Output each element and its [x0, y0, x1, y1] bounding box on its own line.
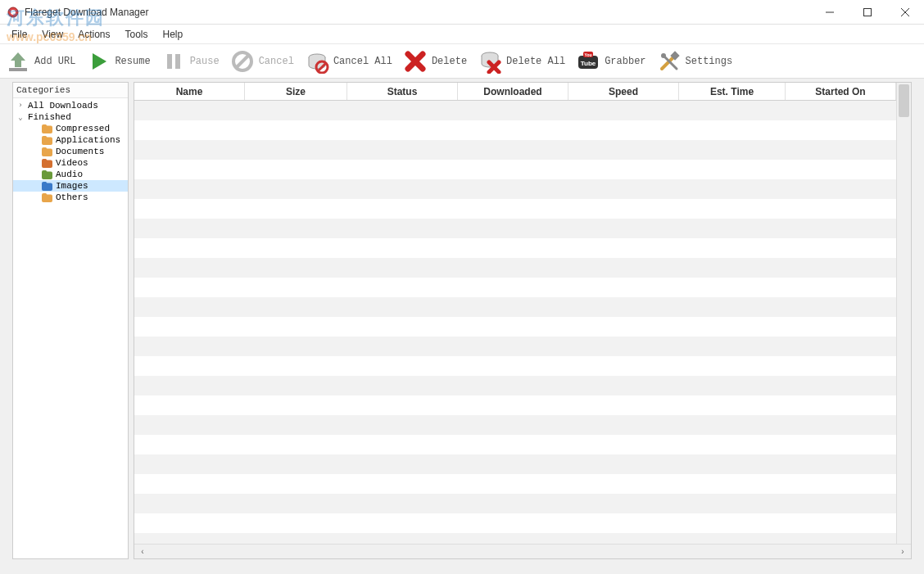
table-cell: [134, 356, 245, 376]
column-name[interactable]: Name: [134, 83, 245, 100]
tree-all-downloads[interactable]: › All Downloads: [13, 100, 128, 111]
column-status[interactable]: Status: [347, 83, 458, 100]
table-row[interactable]: [134, 140, 896, 160]
maximize-button[interactable]: [849, 0, 886, 24]
table-cell: [458, 454, 568, 474]
column-downloaded[interactable]: Downloaded: [458, 83, 568, 100]
table-cell: [458, 435, 568, 454]
table-cell: [245, 258, 347, 278]
table-cell: [347, 317, 458, 337]
grabber-button[interactable]: TubeYou Grabber: [573, 47, 654, 76]
table-row[interactable]: [134, 120, 896, 140]
table-cell: [458, 219, 568, 238]
pause-button[interactable]: Pause: [159, 47, 228, 76]
table-cell: [568, 533, 679, 544]
menu-file[interactable]: File: [5, 26, 34, 43]
table-cell: [245, 415, 347, 435]
tree-item-videos[interactable]: Videos: [13, 157, 128, 169]
table-cell: [134, 494, 245, 513]
table-row[interactable]: [134, 337, 896, 356]
table-cell: [458, 356, 568, 376]
table-row[interactable]: [134, 494, 896, 513]
settings-button[interactable]: Settings: [654, 47, 741, 76]
scrollbar-thumb[interactable]: [899, 84, 909, 117]
table-cell: [245, 395, 347, 415]
table-row[interactable]: [134, 199, 896, 219]
menu-view[interactable]: View: [35, 26, 70, 43]
table-row[interactable]: [134, 513, 896, 533]
table-cell: [568, 160, 679, 179]
table-cell: [347, 494, 458, 513]
delete-button[interactable]: Delete: [401, 47, 475, 76]
table-cell: [568, 140, 679, 160]
table-cell: [134, 474, 245, 494]
table-row[interactable]: [134, 238, 896, 258]
table-cell: [568, 494, 679, 513]
table-row[interactable]: [134, 317, 896, 337]
table-cell: [568, 120, 679, 140]
table-cell: [568, 238, 679, 258]
chevron-down-icon: ⌄: [16, 113, 25, 122]
table-row[interactable]: [134, 435, 896, 454]
column-speed[interactable]: Speed: [568, 83, 679, 100]
table-row[interactable]: [134, 454, 896, 474]
table-cell: [245, 337, 347, 356]
table-row[interactable]: [134, 160, 896, 179]
table-row[interactable]: [134, 474, 896, 494]
scroll-right-arrow[interactable]: ›: [896, 547, 909, 556]
table-cell: [679, 317, 786, 337]
table-cell: [347, 533, 458, 544]
cancel-button[interactable]: Cancel: [228, 47, 302, 76]
tree-item-compressed[interactable]: Compressed: [13, 123, 128, 134]
tree-item-audio[interactable]: Audio: [13, 169, 128, 180]
table-row[interactable]: [134, 395, 896, 415]
column-started-on[interactable]: Started On: [786, 83, 896, 100]
table-row[interactable]: [134, 278, 896, 297]
folder-icon: [41, 135, 52, 145]
table-cell: [347, 376, 458, 395]
table-cell: [568, 415, 679, 435]
table-row[interactable]: [134, 297, 896, 317]
add-url-button[interactable]: Add URL: [3, 47, 84, 76]
table-cell: [786, 454, 896, 474]
table-row[interactable]: [134, 356, 896, 376]
horizontal-scrollbar[interactable]: ‹ ›: [134, 544, 911, 558]
menu-tools[interactable]: Tools: [119, 26, 155, 43]
column-size[interactable]: Size: [245, 83, 347, 100]
table-cell: [786, 395, 896, 415]
minimize-button[interactable]: [811, 0, 849, 24]
tree-finished[interactable]: ⌄ Finished: [13, 111, 128, 123]
table-row[interactable]: [134, 376, 896, 395]
tree-item-images[interactable]: Images: [13, 180, 128, 192]
tree-item-others[interactable]: Others: [13, 192, 128, 203]
table-row[interactable]: [134, 258, 896, 278]
table-row[interactable]: [134, 101, 896, 120]
table-cell: [347, 101, 458, 120]
table-row[interactable]: [134, 179, 896, 199]
menu-actions[interactable]: Actions: [71, 26, 116, 43]
downloads-table: Name Size Status Downloaded Speed Est. T…: [134, 82, 912, 559]
svg-rect-6: [9, 68, 27, 71]
close-button[interactable]: [886, 0, 924, 24]
pause-icon: [161, 48, 187, 75]
tree-item-documents[interactable]: Documents: [13, 146, 128, 157]
vertical-scrollbar[interactable]: [896, 83, 911, 544]
table-row[interactable]: [134, 219, 896, 238]
resume-button[interactable]: Resume: [84, 47, 158, 76]
table-row[interactable]: [134, 533, 896, 544]
table-cell: [245, 454, 347, 474]
table-cell: [786, 238, 896, 258]
table-cell: [568, 454, 679, 474]
column-est-time[interactable]: Est. Time: [679, 83, 786, 100]
tree-item-applications[interactable]: Applications: [13, 134, 128, 146]
table-cell: [245, 513, 347, 533]
table-cell: [347, 219, 458, 238]
scroll-left-arrow[interactable]: ‹: [136, 547, 149, 556]
table-cell: [458, 415, 568, 435]
table-row[interactable]: [134, 415, 896, 435]
app-icon: [7, 6, 20, 19]
delete-all-button[interactable]: Delete All: [475, 47, 573, 76]
cancel-all-button[interactable]: Cancel All: [302, 47, 401, 76]
table-cell: [568, 376, 679, 395]
menu-help[interactable]: Help: [156, 26, 190, 43]
